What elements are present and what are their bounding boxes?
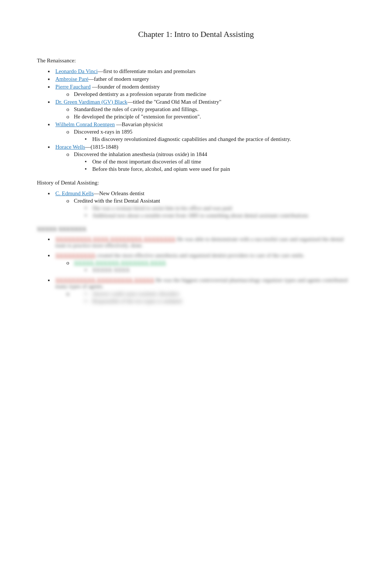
davinci-text: —first to differentiate molars and premo… xyxy=(98,68,196,74)
wells-subsub2: Before this brute force, alcohol, and op… xyxy=(85,166,355,172)
fauchard-text: —founder of modern dentistry xyxy=(90,84,159,90)
blurred-sub-item-2a: XXXXX XXXXXX XXXXXXX XXXX XXXXX XXXX xyxy=(66,260,355,273)
list-item-gvblack: Dr. Green Vardiman (GV) Black—titled the… xyxy=(48,99,355,120)
gvblack-text: —titled the "Grand Old Man of Dentistry" xyxy=(127,99,221,105)
section-renaissance: The Renaissance: Leonardo Da Vinci—first… xyxy=(37,58,355,172)
blurred-subsub-2a: XXXXX XXXX xyxy=(85,267,355,273)
davinci-link[interactable]: Leonardo Da Vinci xyxy=(55,68,98,74)
fauchard-link[interactable]: Pierre Fauchard xyxy=(55,84,90,90)
wells-text: —(1815-1848) xyxy=(85,144,118,150)
blurred-subsub-3a: Answer could cause systemic disorders xyxy=(85,291,355,297)
blurred-subsublist-2: XXXXX XXXX xyxy=(74,267,355,273)
gvblack-sub1: Standardized the rules of cavity prepara… xyxy=(66,106,355,113)
list-item-davinci: Leonardo Da Vinci—first to differentiate… xyxy=(48,68,355,75)
kells-subsub2: Additional text about a notable event fr… xyxy=(85,213,355,219)
pare-text: —father of modern surgery xyxy=(89,76,149,82)
wells-sub1: Discovered the inhalation anesthesia (ni… xyxy=(66,151,355,172)
blurred-link-2: XXXXXXXXXX xyxy=(55,252,95,258)
kells-link[interactable]: C. Edmund Kells xyxy=(55,190,94,196)
blurred-sublist-2: XXXXX XXXXXX XXXXXXX XXXX XXXXX XXXX xyxy=(55,260,355,273)
list-item-fauchard: Pierre Fauchard —founder of modern denti… xyxy=(48,84,355,97)
kells-sublist: Credited with the first Dental Assistant… xyxy=(55,198,355,219)
wells-subsublist: One of the most important discoveries of… xyxy=(74,159,355,172)
gvblack-sublist: Standardized the rules of cavity prepara… xyxy=(55,106,355,120)
kells-text: —New Orleans dentist xyxy=(94,190,144,196)
list-item-kells: C. Edmund Kells—New Orleans dentist Cred… xyxy=(48,190,355,219)
blurred-sublist-3: Answer could cause systemic disorders Re… xyxy=(55,291,355,304)
pare-link[interactable]: Ambroise Paré xyxy=(55,76,89,82)
blurred-item-1: XXXXXXXXX XXXX XXXXXXXX XXXXXXXX He was … xyxy=(48,236,355,249)
blurred-link-1: XXXXXXXXX XXXX XXXXXXXX XXXXXXXX xyxy=(55,236,175,242)
history-list: C. Edmund Kells—New Orleans dentist Cred… xyxy=(37,190,355,219)
blurred-subsub-3b: Responsible of the two types is outdated xyxy=(85,298,355,304)
roentgen-sublist: Discovered x-rays in 1895 His discovery … xyxy=(55,129,355,142)
roentgen-subsub1: His discovery revolutionized diagnostic … xyxy=(85,136,355,142)
kells-sub1: Credited with the first Dental Assistant… xyxy=(66,198,355,219)
gvblack-sub2: He developed the principle of "extension… xyxy=(66,114,355,120)
wells-sublist: Discovered the inhalation anesthesia (ni… xyxy=(55,151,355,172)
roentgen-text: —Bavarian physicist xyxy=(115,121,163,127)
wells-link[interactable]: Horace Wells xyxy=(55,144,85,150)
roentgen-link[interactable]: Wilhelm Conrad Roentgen xyxy=(55,121,115,127)
roentgen-sub1: Discovered x-rays in 1895 His discovery … xyxy=(66,129,355,142)
blurred-item-2: XXXXXXXXXX created the most effective an… xyxy=(48,252,355,273)
section-history: History of Dental Assisting: C. Edmund K… xyxy=(37,180,355,219)
kells-subsublist: She was a woman hired to assist him in h… xyxy=(74,205,355,219)
list-item-wells: Horace Wells—(1815-1848) Discovered the … xyxy=(48,144,355,172)
gvblack-link[interactable]: Dr. Green Vardiman (GV) Black xyxy=(55,99,127,105)
blurred-subsublist-3: Answer could cause systemic disorders Re… xyxy=(74,291,355,304)
blurred-item-3: XXXXXXXXXX XXXXXXXXX XXXXX He was the bi… xyxy=(48,277,355,304)
fauchard-sub1: Developed dentistry as a profession sepa… xyxy=(66,91,355,97)
page-title: Chapter 1: Intro to Dental Assisting xyxy=(37,30,355,39)
list-item-roentgen: Wilhelm Conrad Roentgen —Bavarian physic… xyxy=(48,121,355,142)
renaissance-list: Leonardo Da Vinci—first to differentiate… xyxy=(37,68,355,172)
blurred-section-heading: XXXXX XXXXXXX xyxy=(37,226,355,232)
blurred-sub-3a: Answer could cause systemic disorders Re… xyxy=(66,291,355,304)
fauchard-sublist: Developed dentistry as a profession sepa… xyxy=(55,91,355,97)
history-heading: History of Dental Assisting: xyxy=(37,180,355,186)
renaissance-heading: The Renaissance: xyxy=(37,58,355,64)
kells-subsub1: She was a woman hired to assist him in h… xyxy=(85,205,355,211)
roentgen-subsublist: His discovery revolutionized diagnostic … xyxy=(74,136,355,142)
blurred-list: XXXXXXXXX XXXX XXXXXXXX XXXXXXXX He was … xyxy=(37,236,355,304)
blurred-link-3: XXXXXXXXXX XXXXXXXXX XXXXX xyxy=(55,277,154,283)
wells-subsub1: One of the most important discoveries of… xyxy=(85,159,355,165)
blurred-green-link: XXXXX XXXXXX XXXXXXX XXXX xyxy=(74,260,166,266)
list-item-pare: Ambroise Paré—father of modern surgery xyxy=(48,76,355,82)
blurred-section: XXXXX XXXXXXX XXXXXXXXX XXXX XXXXXXXX XX… xyxy=(37,226,355,304)
blurred-text-2: created the most effective anesthesia an… xyxy=(97,252,305,258)
